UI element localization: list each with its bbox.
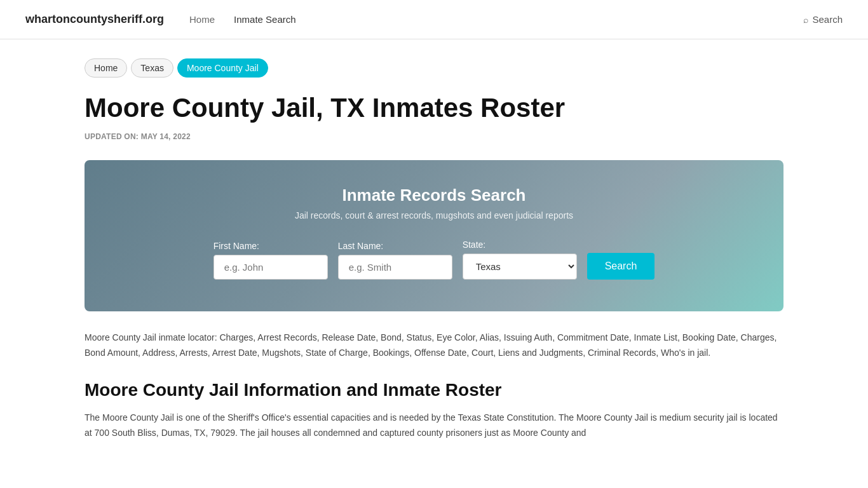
search-form: First Name: Last Name: State: AlabamaAla…: [123, 240, 745, 280]
navbar-search-label: Search: [812, 14, 843, 25]
breadcrumb-texas[interactable]: Texas: [131, 58, 173, 78]
search-button[interactable]: Search: [587, 253, 655, 280]
nav-home[interactable]: Home: [189, 14, 215, 25]
inmate-records-search-box: Inmate Records Search Jail records, cour…: [85, 160, 783, 311]
page-title: Moore County Jail, TX Inmates Roster: [85, 93, 783, 123]
first-name-input[interactable]: [214, 255, 328, 280]
search-box-subtitle: Jail records, court & arrest records, mu…: [123, 210, 745, 220]
navbar-search-button[interactable]: ⌕ Search: [803, 14, 843, 25]
last-name-group: Last Name:: [338, 241, 452, 280]
updated-on: UPDATED ON: MAY 14, 2022: [85, 132, 783, 141]
state-label: State:: [463, 240, 486, 250]
breadcrumb-moore-county-jail[interactable]: Moore County Jail: [177, 58, 268, 78]
last-name-input[interactable]: [338, 255, 452, 280]
navbar-brand[interactable]: whartoncountysheriff.org: [25, 13, 164, 26]
search-icon: ⌕: [803, 15, 808, 25]
navbar-links: Home Inmate Search: [189, 14, 778, 25]
first-name-label: First Name:: [214, 241, 259, 251]
state-select[interactable]: AlabamaAlaskaArizonaArkansasCaliforniaCo…: [463, 254, 577, 280]
breadcrumb-home[interactable]: Home: [85, 58, 127, 78]
state-group: State: AlabamaAlaskaArizonaArkansasCalif…: [463, 240, 577, 280]
search-box-title: Inmate Records Search: [123, 186, 745, 205]
navbar: whartoncountysheriff.org Home Inmate Sea…: [0, 0, 868, 39]
body-description: Moore County Jail inmate locator: Charge…: [85, 330, 783, 361]
section-heading: Moore County Jail Information and Inmate…: [85, 380, 783, 400]
breadcrumb: Home Texas Moore County Jail: [85, 58, 783, 78]
section-body: The Moore County Jail is one of the Sher…: [85, 410, 783, 441]
nav-inmate-search[interactable]: Inmate Search: [234, 14, 296, 25]
first-name-group: First Name:: [214, 241, 328, 280]
last-name-label: Last Name:: [338, 241, 384, 251]
main-content: Home Texas Moore County Jail Moore Count…: [59, 39, 809, 478]
